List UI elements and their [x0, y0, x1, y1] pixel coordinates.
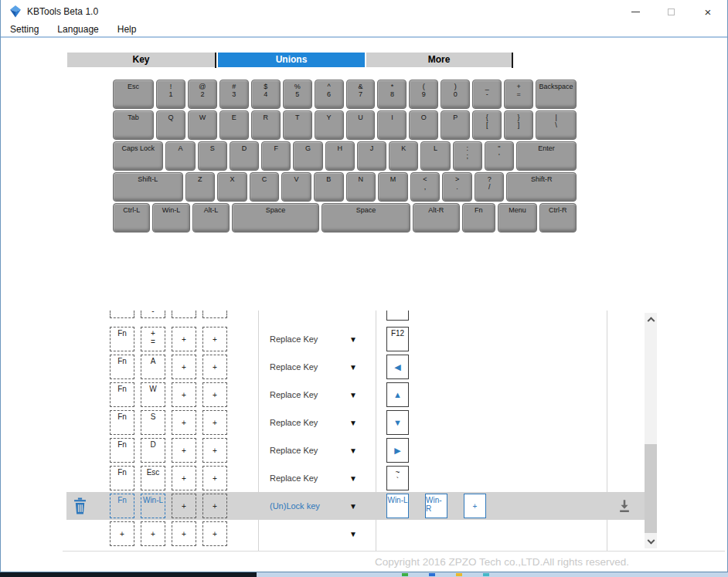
- target-key-f12[interactable]: F12: [386, 327, 409, 351]
- combo-key-fn[interactable]: Fn: [110, 438, 134, 463]
- combo-slot-empty[interactable]: +: [172, 466, 196, 490]
- keyboard-key-c[interactable]: C: [250, 172, 280, 202]
- maximize-button[interactable]: [653, 0, 689, 23]
- combo-slot[interactable]: [172, 311, 196, 318]
- trash-icon[interactable]: [72, 497, 88, 515]
- keyboard-key-z[interactable]: Z: [185, 172, 216, 202]
- keyboard-key-l[interactable]: L: [420, 141, 450, 171]
- keyboard-key-v[interactable]: V: [281, 172, 311, 202]
- tab-unions[interactable]: Unions: [218, 53, 365, 67]
- keyboard-key-a[interactable]: A: [165, 141, 195, 171]
- combo-slot-empty[interactable]: +: [202, 521, 227, 546]
- combo-slot[interactable]: -: [141, 311, 165, 318]
- minimize-button[interactable]: [617, 0, 653, 23]
- binding-row[interactable]: FnA++Replace Key▼◀: [66, 353, 645, 381]
- combo-slot-empty[interactable]: +: [172, 410, 196, 435]
- keyboard-key-sym[interactable]: |\: [536, 110, 577, 140]
- keyboard-key-capslock[interactable]: Caps Lock: [113, 141, 163, 171]
- target-key-sym[interactable]: ▼: [386, 410, 409, 435]
- keyboard-key-sym[interactable]: $4: [251, 80, 281, 109]
- combo-slot-empty[interactable]: +=: [141, 327, 165, 351]
- combo-key-fn[interactable]: Fn: [110, 355, 134, 379]
- combo-slot-empty[interactable]: +: [172, 438, 196, 463]
- keyboard-key-f[interactable]: F: [261, 141, 291, 171]
- keyboard-key-sym[interactable]: }]: [504, 110, 533, 140]
- keyboard-key-x[interactable]: X: [217, 172, 247, 202]
- target-key-sym[interactable]: ▶: [386, 438, 409, 463]
- keyboard-key-u[interactable]: U: [346, 110, 376, 140]
- dropdown-arrow-icon[interactable]: ▼: [349, 381, 357, 409]
- keyboard-key-backspace[interactable]: Backspace: [536, 80, 577, 109]
- vertical-scrollbar[interactable]: [645, 313, 657, 548]
- download-icon[interactable]: [617, 499, 632, 514]
- keyboard-key-altr[interactable]: Alt-R: [413, 203, 459, 232]
- binding-row[interactable]: FnS++Replace Key▼▼: [66, 409, 645, 436]
- combo-slot-empty[interactable]: +: [172, 355, 196, 379]
- keyboard-key-ctrll[interactable]: Ctrl-L: [113, 203, 150, 232]
- target-key-sym[interactable]: +: [464, 494, 486, 518]
- combo-key-fn[interactable]: Fn: [110, 382, 134, 407]
- combo-slot-empty[interactable]: +: [202, 355, 227, 379]
- keyboard-key-shiftl[interactable]: Shift-L: [113, 172, 183, 202]
- combo-key-w[interactable]: W: [141, 382, 165, 407]
- binding-row-selected[interactable]: FnWin-L++(Un)Lock key▼Win-LWin-R+: [66, 492, 645, 520]
- keyboard-key-sym[interactable]: @2: [188, 80, 217, 109]
- keyboard-key-i[interactable]: I: [377, 110, 407, 140]
- keyboard-key-sym[interactable]: {[: [472, 110, 502, 140]
- combo-key-s[interactable]: S: [141, 410, 165, 435]
- combo-slot-empty[interactable]: +: [202, 382, 227, 407]
- keyboard-key-sym[interactable]: <,: [410, 172, 441, 202]
- dropdown-arrow-icon[interactable]: ▼: [349, 409, 357, 436]
- combo-key-winl[interactable]: Win-L: [141, 494, 165, 518]
- keyboard-key-d[interactable]: D: [230, 141, 259, 171]
- keyboard-key-shiftr[interactable]: Shift-R: [506, 172, 577, 202]
- tab-more[interactable]: More: [366, 53, 512, 67]
- keyboard-key-sym[interactable]: ?/: [475, 172, 505, 202]
- target-key-sym[interactable]: ~`: [386, 466, 409, 490]
- keyboard-key-menu[interactable]: Menu: [498, 203, 536, 232]
- target-key-sym[interactable]: ▲: [386, 382, 409, 407]
- combo-slot[interactable]: [202, 311, 227, 318]
- dropdown-arrow-icon[interactable]: ▼: [349, 464, 357, 492]
- dropdown-arrow-icon[interactable]: ▼: [349, 436, 357, 464]
- keyboard-key-space[interactable]: Space: [321, 203, 410, 232]
- combo-key-fn[interactable]: Fn: [110, 410, 134, 435]
- keyboard-key-enter[interactable]: Enter: [516, 141, 577, 171]
- keyboard-key-sym[interactable]: %5: [283, 80, 312, 109]
- keyboard-key-k[interactable]: K: [389, 141, 418, 171]
- dropdown-arrow-icon[interactable]: ▼: [349, 492, 357, 520]
- combo-slot-empty[interactable]: +: [202, 438, 227, 463]
- keyboard-key-t[interactable]: T: [283, 110, 312, 140]
- combo-slot-empty[interactable]: +: [110, 521, 134, 546]
- keyboard-key-esc[interactable]: Esc: [113, 80, 154, 109]
- dropdown-arrow-icon[interactable]: ▼: [349, 353, 357, 381]
- keyboard-key-y[interactable]: Y: [315, 110, 344, 140]
- combo-key-esc[interactable]: Esc: [141, 466, 165, 490]
- combo-key-a[interactable]: A: [141, 355, 165, 379]
- keyboard-key-sym[interactable]: !1: [156, 80, 185, 109]
- keyboard-key-sym[interactable]: ^6: [315, 80, 344, 109]
- keyboard-key-sym[interactable]: +=: [504, 80, 533, 109]
- menu-item-language[interactable]: Language: [57, 23, 98, 36]
- combo-slot-empty[interactable]: +: [172, 327, 196, 351]
- close-button[interactable]: ×: [689, 0, 727, 23]
- combo-key-fn[interactable]: Fn: [110, 494, 134, 518]
- keyboard-key-altl[interactable]: Alt-L: [192, 203, 230, 232]
- keyboard-key-w[interactable]: W: [188, 110, 217, 140]
- combo-slot-empty[interactable]: +: [202, 327, 227, 351]
- keyboard-key-sym[interactable]: (9: [409, 80, 438, 109]
- dropdown-arrow-icon[interactable]: ▼: [349, 325, 357, 353]
- keyboard-key-sym[interactable]: "': [485, 141, 514, 171]
- binding-row[interactable]: FnEsc++Replace Key▼~`: [66, 464, 645, 492]
- keyboard-key-sym[interactable]: &7: [346, 80, 376, 109]
- combo-slot-empty[interactable]: +: [172, 521, 196, 546]
- combo-slot-empty[interactable]: +: [202, 494, 227, 518]
- binding-row[interactable]: FnW++Replace Key▼▲: [66, 381, 645, 409]
- combo-key-fn[interactable]: Fn: [110, 466, 134, 490]
- keyboard-key-tab[interactable]: Tab: [113, 110, 154, 140]
- target-key-winr[interactable]: Win-R: [425, 494, 447, 518]
- keyboard-key-p[interactable]: P: [441, 110, 470, 140]
- combo-slot-empty[interactable]: +: [202, 410, 227, 435]
- menu-item-setting[interactable]: Setting: [10, 23, 39, 36]
- keyboard-key-r[interactable]: R: [251, 110, 281, 140]
